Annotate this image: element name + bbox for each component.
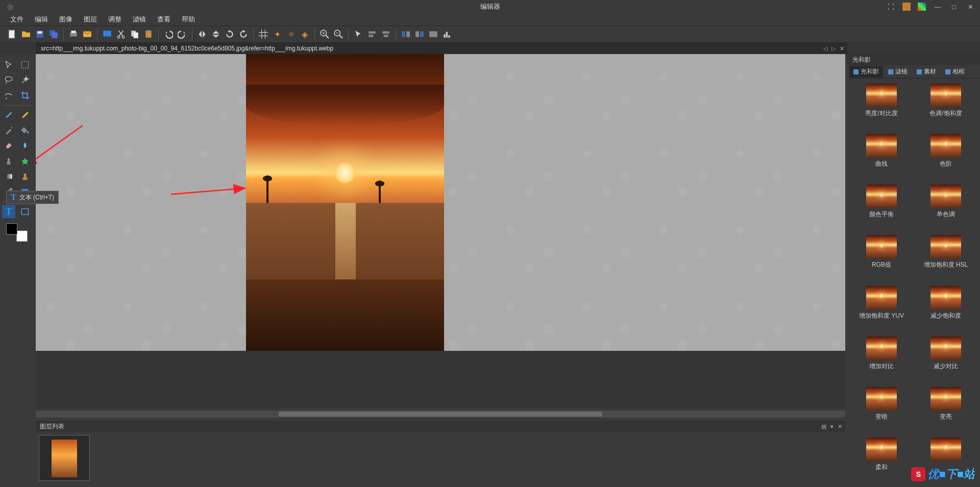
align-center-icon[interactable] [380, 28, 392, 40]
menu-adjust[interactable]: 调整 [103, 14, 127, 25]
menu-filter[interactable]: 滤镜 [128, 14, 151, 25]
fx-soft[interactable]: 柔和 [851, 438, 912, 482]
bg-color-swatch[interactable] [16, 230, 28, 242]
maximize-icon[interactable]: □ [949, 2, 959, 11]
eraser-tool[interactable] [2, 139, 15, 152]
fx-inc-contrast[interactable]: 增加对比 [851, 337, 912, 381]
fg-color-swatch[interactable] [6, 223, 17, 235]
cut-icon[interactable] [115, 28, 127, 40]
layers-collapse-icon[interactable]: ▾ [830, 423, 834, 430]
svg-rect-23 [415, 31, 419, 37]
save-icon[interactable] [34, 28, 46, 40]
menu-view[interactable]: 查看 [152, 14, 176, 25]
app-icon-1[interactable] [902, 3, 911, 11]
airbrush-tool[interactable] [2, 124, 15, 137]
mail-icon[interactable] [81, 28, 93, 40]
right-panel-title: 光和影 [847, 54, 980, 65]
grid-icon[interactable] [257, 28, 270, 40]
zoom-out-icon[interactable] [332, 28, 345, 40]
tab-close-icon[interactable]: ✕ [840, 45, 844, 52]
layers-menu-icon[interactable]: ▤ [821, 423, 826, 430]
layout-1-icon[interactable] [400, 28, 412, 40]
tab-filter[interactable]: 滤镜 [884, 66, 912, 78]
stamp-tool[interactable] [18, 170, 32, 183]
fx-darken[interactable]: 变暗 [851, 387, 912, 431]
zoom-in-icon[interactable] [318, 28, 331, 40]
print-icon[interactable] [67, 28, 80, 40]
shape-tool[interactable] [18, 205, 32, 218]
canvas-size-icon[interactable]: ✧ [285, 28, 297, 40]
blur-tool[interactable] [18, 139, 32, 152]
fullscreen-icon[interactable]: ⛶ [886, 2, 895, 11]
fx-levels[interactable]: 色阶 [916, 134, 976, 178]
minimize-icon[interactable]: — [933, 2, 942, 11]
menu-help[interactable]: 帮助 [177, 14, 200, 25]
tab-light-shadow[interactable]: 光和影 [849, 66, 883, 78]
fx-inc-sat-hsl[interactable]: 增加饱和度 HSL [916, 235, 976, 279]
fx-dec-contrast[interactable]: 减少对比 [916, 337, 976, 381]
histogram-icon[interactable] [441, 28, 453, 40]
copy-icon[interactable] [129, 28, 141, 40]
flip-h-icon[interactable] [196, 28, 208, 40]
fx-inc-sat-yuv[interactable]: 增加饱和度 YUV [851, 286, 912, 330]
fx-brightness-contrast[interactable]: 亮度/对比度 [851, 84, 912, 128]
tab-next-icon[interactable]: ▷ [831, 45, 836, 52]
resize-icon[interactable]: ✦ [271, 28, 283, 40]
tab-material[interactable]: 素材 [913, 66, 940, 78]
rotate-right-icon[interactable] [237, 28, 250, 40]
fit-icon[interactable]: ◈ [299, 28, 311, 40]
menu-file[interactable]: 文件 [5, 14, 29, 25]
close-icon[interactable]: ✕ [966, 2, 975, 11]
redo-icon[interactable] [176, 28, 188, 40]
document-tab[interactable]: src=http___img.tukuppt.com_photo-big_00_… [36, 43, 847, 54]
fx-curves[interactable]: 曲线 [851, 134, 912, 178]
crop-tool[interactable] [18, 89, 32, 102]
edited-image[interactable] [246, 54, 444, 351]
fx-monochrome[interactable]: 单色调 [916, 185, 976, 229]
undo-icon[interactable] [162, 28, 175, 40]
quick-select-tool[interactable] [2, 89, 15, 102]
layer-thumb[interactable] [39, 435, 90, 481]
layers-close-icon[interactable]: ✕ [838, 423, 842, 430]
bucket-tool[interactable] [18, 124, 32, 137]
fx-color-balance[interactable]: 颜色平衡 [851, 185, 912, 229]
clone-tool[interactable] [2, 155, 15, 168]
heal-tool[interactable] [18, 155, 32, 168]
rotate-left-icon[interactable] [224, 28, 236, 40]
menu-layer[interactable]: 图层 [79, 14, 102, 25]
fx-lighten[interactable]: 变亮 [916, 387, 976, 431]
fx-rgb[interactable]: RGB值 [851, 235, 912, 279]
svg-rect-25 [429, 31, 437, 37]
app-icon-2[interactable] [918, 3, 926, 11]
fx-dec-sat[interactable]: 减少饱和度 [916, 286, 976, 330]
tab-prev-icon[interactable]: ◁ [823, 45, 827, 52]
align-left-icon[interactable] [366, 28, 378, 40]
svg-rect-12 [134, 33, 138, 38]
horizontal-scrollbar[interactable] [36, 411, 845, 418]
tooltip-label: 文本 (Ctrl+T) [19, 193, 54, 202]
canvas-area[interactable] [36, 54, 845, 408]
tab-frame[interactable]: 相框 [941, 66, 969, 78]
paste-icon[interactable] [142, 28, 155, 40]
brush-tool[interactable] [2, 109, 15, 122]
menu-image[interactable]: 图像 [54, 14, 78, 25]
pointer-icon[interactable] [352, 28, 364, 40]
flip-v-icon[interactable] [210, 28, 222, 40]
text-tool[interactable]: T [2, 205, 15, 218]
pencil-tool[interactable] [18, 109, 32, 122]
menu-edit[interactable]: 编辑 [30, 14, 53, 25]
fx-hue-saturation[interactable]: 色调/饱和度 [916, 84, 976, 128]
new-icon[interactable] [6, 28, 18, 40]
move-tool[interactable] [2, 58, 15, 71]
layout-2-icon[interactable] [413, 28, 426, 40]
wand-tool[interactable] [18, 73, 32, 87]
color-swatch[interactable] [6, 223, 28, 242]
lasso-tool[interactable] [2, 73, 15, 87]
svg-line-39 [36, 125, 83, 166]
open-icon[interactable] [20, 28, 32, 40]
display-icon[interactable] [101, 28, 113, 40]
marquee-tool[interactable] [18, 58, 32, 71]
layout-3-icon[interactable] [427, 28, 439, 40]
save-as-icon[interactable] [47, 28, 60, 40]
gradient-tool[interactable] [2, 170, 15, 183]
